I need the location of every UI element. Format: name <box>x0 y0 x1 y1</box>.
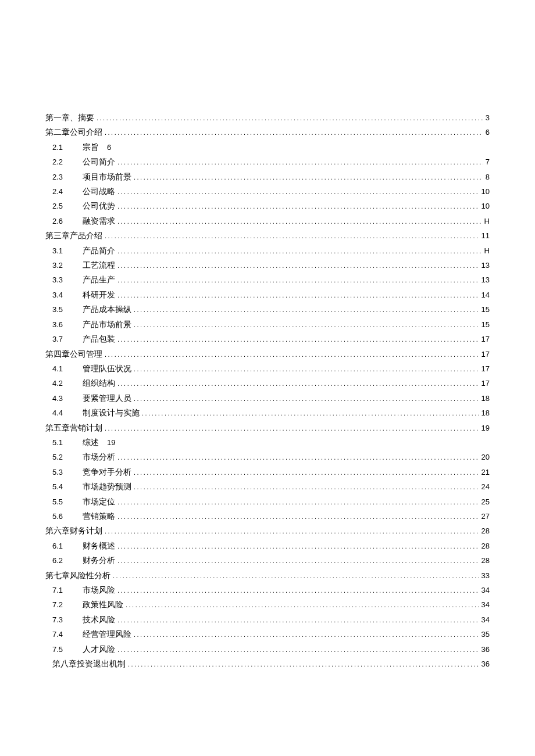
toc-leader <box>115 288 479 302</box>
toc-title: 综述 <box>83 435 99 449</box>
toc-page-number: 18 <box>479 406 490 420</box>
toc-number: 5.6 <box>52 510 83 524</box>
toc-entry: 5.6营销策略27 <box>45 509 490 524</box>
toc-number: 2.4 <box>52 185 83 199</box>
toc-title: 第二章公司介绍 <box>45 125 102 139</box>
toc-entry: 4.2组织结构17 <box>45 376 490 390</box>
toc-page-number: 10 <box>479 185 490 199</box>
toc-page-number: 19 <box>479 421 490 435</box>
toc-leader <box>115 554 479 568</box>
toc-title: 第七章风险性分析 <box>45 568 110 582</box>
toc-entry: 5.3竞争对手分析21 <box>45 465 490 479</box>
toc-page-number: 36 <box>479 657 490 671</box>
toc-entry: 4.3要紧管理人员18 <box>45 391 490 406</box>
toc-page-number: H <box>482 214 490 228</box>
toc-number: 6.1 <box>52 539 83 553</box>
toc-page-number: 13 <box>479 259 490 273</box>
toc-title: 公司简介 <box>83 155 115 169</box>
toc-entry: 7.3技术风险34 <box>45 612 490 627</box>
toc-leader <box>115 495 479 509</box>
toc-leader <box>115 377 479 390</box>
toc-entry: 第三章产品介绍11 <box>45 228 490 243</box>
toc-page-number: 14 <box>479 288 490 302</box>
toc-leader <box>115 613 479 627</box>
toc-number: 3.1 <box>52 244 83 258</box>
toc-number: 5.4 <box>52 480 83 494</box>
toc-title: 产品成本操纵 <box>83 302 131 316</box>
toc-page-number: 19 <box>104 436 115 450</box>
toc-leader <box>131 480 479 494</box>
toc-title: 市场分析 <box>83 450 115 464</box>
toc-title: 管理队伍状况 <box>83 361 131 375</box>
toc-page-number: 28 <box>479 539 490 553</box>
toc-entry: 2.1宗旨6 <box>45 140 490 155</box>
toc-leader <box>131 465 479 479</box>
toc-title: 第六章财务计划 <box>45 524 102 538</box>
toc-number: 2.5 <box>52 199 83 213</box>
toc-entry: 6.2财务分析28 <box>45 553 490 568</box>
toc-entry: 5.4市场趋势预测24 <box>45 479 490 494</box>
toc-title: 技术风险 <box>83 612 115 626</box>
toc-number: 2.1 <box>52 141 83 155</box>
toc-leader <box>115 199 479 213</box>
toc-title: 政策性风险 <box>83 597 123 611</box>
toc-title: 市场风险 <box>83 583 115 597</box>
toc-entry: 7.4经营管理风险35 <box>45 627 490 642</box>
toc-title: 宗旨 <box>83 140 99 154</box>
toc-number: 5.2 <box>52 450 83 464</box>
toc-title: 财务概述 <box>83 539 115 553</box>
toc-entry: 5.5市场定位25 <box>45 495 490 509</box>
toc-leader <box>102 126 483 139</box>
toc-entry: 3.6产品市场前景15 <box>45 317 490 332</box>
toc-entry: 第二章公司介绍6 <box>45 125 490 139</box>
toc-page-number: 24 <box>479 480 490 494</box>
toc-leader <box>131 628 479 642</box>
toc-number: 4.3 <box>52 392 83 406</box>
toc-entry: 2.5公司优势10 <box>45 199 490 213</box>
toc-page-number: H <box>482 244 490 258</box>
toc-leader <box>140 406 479 420</box>
toc-leader <box>115 583 479 597</box>
toc-entry: 2.4公司战略10 <box>45 184 490 199</box>
toc-number: 5.5 <box>52 495 83 509</box>
toc-title: 产品市场前景 <box>83 317 131 331</box>
toc-page-number: 17 <box>479 377 490 390</box>
toc-title: 市场趋势预测 <box>83 479 131 493</box>
toc-title: 公司优势 <box>83 199 115 213</box>
toc-entry: 5.2市场分析20 <box>45 450 490 464</box>
toc-leader <box>131 392 479 406</box>
toc-page-number: 20 <box>479 450 490 464</box>
toc-number: 4.2 <box>52 377 83 390</box>
toc-leader <box>126 657 479 671</box>
toc-entry: 第八章投资退出机制36 <box>45 657 490 671</box>
toc-title: 公司战略 <box>83 184 115 198</box>
toc-entry: 3.1产品简介H <box>45 243 490 258</box>
toc-title: 融资需求 <box>83 214 115 228</box>
toc-leader <box>115 510 479 524</box>
toc-title: 第四章公司管理 <box>45 347 102 361</box>
toc-leader <box>115 273 479 287</box>
toc-number: 3.4 <box>52 288 83 302</box>
toc-page-number: 11 <box>479 229 490 243</box>
toc-number: 4.1 <box>52 362 83 376</box>
toc-entry: 第五章营销计划19 <box>45 421 490 435</box>
toc-page-number: 21 <box>479 465 490 479</box>
toc-entry: 3.4科研开发14 <box>45 288 490 302</box>
toc-page-number: 34 <box>479 598 490 612</box>
toc-title: 竞争对手分析 <box>83 465 131 479</box>
toc-entry: 第四章公司管理17 <box>45 347 490 361</box>
toc-title: 产品包装 <box>83 332 115 346</box>
toc-page-number: 7 <box>483 155 490 169</box>
toc-page-number: 6 <box>104 141 111 155</box>
toc-title: 要紧管理人员 <box>83 391 131 405</box>
toc-entry: 7.5人才风险36 <box>45 642 490 657</box>
toc-page-number: 15 <box>479 303 490 317</box>
toc-leader <box>115 643 479 657</box>
toc-page-number: 17 <box>479 332 490 346</box>
toc-leader <box>115 155 483 169</box>
toc-page-number: 36 <box>479 643 490 657</box>
toc-number: 7.1 <box>52 583 83 597</box>
toc-title: 第五章营销计划 <box>45 421 102 435</box>
toc-entry: 第一章、摘要3 <box>45 110 490 125</box>
toc-leader <box>115 259 479 273</box>
